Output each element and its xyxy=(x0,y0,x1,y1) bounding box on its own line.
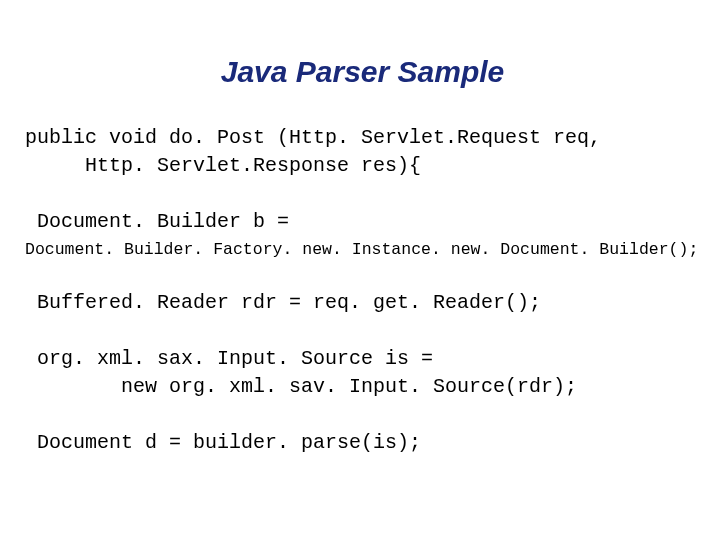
slide-title: Java Parser Sample xyxy=(25,55,700,89)
code-block-1: public void do. Post (Http. Servlet.Requ… xyxy=(25,124,700,180)
code-block-3: Buffered. Reader rdr = req. get. Reader(… xyxy=(25,289,700,317)
code-line: Document. Builder b = xyxy=(25,208,700,236)
code-line: Http. Servlet.Response res){ xyxy=(25,152,700,180)
code-block-4: org. xml. sax. Input. Source is = new or… xyxy=(25,345,700,401)
code-block-2b: Document. Builder. Factory. new. Instanc… xyxy=(25,238,700,261)
code-line: Document. Builder. Factory. new. Instanc… xyxy=(25,238,700,261)
code-line: Document d = builder. parse(is); xyxy=(25,429,700,457)
code-line: new org. xml. sav. Input. Source(rdr); xyxy=(25,373,700,401)
code-block-2a: Document. Builder b = xyxy=(25,208,700,236)
code-block-5: Document d = builder. parse(is); xyxy=(25,429,700,457)
code-line: public void do. Post (Http. Servlet.Requ… xyxy=(25,124,700,152)
code-line: org. xml. sax. Input. Source is = xyxy=(25,345,700,373)
code-line: Buffered. Reader rdr = req. get. Reader(… xyxy=(25,289,700,317)
